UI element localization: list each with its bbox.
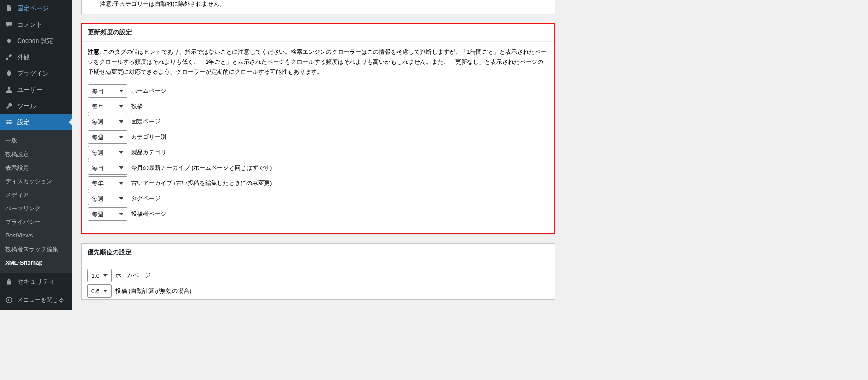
freq-label-authors: 投稿者ページ [131, 210, 166, 218]
svg-point-1 [8, 87, 10, 90]
freq-select-posts[interactable]: 毎月 [88, 100, 127, 113]
sidebar-item-tools[interactable]: ツール [0, 98, 72, 114]
priority-panel: 優先順位の設定 1.0 ホームページ 0.6 投稿 (自動計算が無効の場合) [81, 243, 555, 300]
freq-note: 注意: このタグの値はヒントであり、指示ではないことに注意してください。検索エン… [88, 47, 549, 77]
freq-note-body: : このタグの値はヒントであり、指示ではないことに注意してください。検索エンジン… [88, 48, 547, 75]
freq-row-posts: 毎月 投稿 [88, 100, 549, 113]
sidebar-item-label: ユーザー [17, 86, 42, 94]
main-content: 注意:子カテゴリーは自動的に除外されません。 更新頻度の設定 注意: このタグの… [72, 0, 564, 310]
freq-label-tags: タグページ [131, 195, 160, 203]
freq-select-old-archive[interactable]: 毎年 [88, 176, 127, 190]
sidebar-item-security[interactable]: セキュリティ [0, 273, 72, 290]
sidebar-item-label: Cocoon 設定 [17, 37, 53, 45]
freq-row-product-categories: 毎週 製品カテゴリー [88, 146, 549, 159]
freq-label-pages: 固定ページ [131, 118, 160, 126]
excluded-note: 注意:子カテゴリーは自動的に除外されません。 [87, 0, 549, 8]
submenu-xml-sitemap[interactable]: XML-Sitemap [0, 256, 72, 270]
svg-point-2 [6, 297, 12, 303]
priority-row-homepage: 1.0 ホームページ [87, 269, 549, 282]
submenu-permalink[interactable]: パーマリンク [0, 202, 72, 215]
right-empty-area [564, 0, 700, 310]
collapse-menu-button[interactable]: メニューを閉じる [0, 291, 72, 308]
freq-label-posts: 投稿 [131, 102, 143, 110]
excluded-categories-panel-tail: 注意:子カテゴリーは自動的に除外されません。 [81, 0, 555, 14]
submenu-media[interactable]: メディア [0, 188, 72, 202]
freq-row-categories: 毎週 カテゴリー別 [88, 130, 549, 144]
user-icon [5, 85, 14, 94]
freq-select-tags[interactable]: 毎週 [88, 192, 127, 205]
submenu-author-slug[interactable]: 投稿者スラッグ編集 [0, 242, 72, 256]
priority-select-homepage[interactable]: 1.0 [87, 269, 112, 282]
priority-row-posts: 0.6 投稿 (自動計算が無効の場合) [87, 284, 549, 298]
sidebar-item-pages[interactable]: 固定ページ [0, 0, 72, 16]
sidebar-item-comments[interactable]: コメント [0, 16, 72, 33]
freq-row-authors: 毎週 投稿者ページ [88, 207, 549, 221]
priority-select-posts[interactable]: 0.6 [87, 284, 112, 298]
submenu-general[interactable]: 一般 [0, 134, 72, 147]
freq-label-product-categories: 製品カテゴリー [131, 148, 172, 157]
collapse-label: メニューを閉じる [17, 296, 64, 304]
sidebar-item-settings[interactable]: 設定 [0, 114, 72, 130]
cocoon-icon [5, 36, 14, 45]
sidebar-item-label: 設定 [17, 118, 30, 126]
comment-icon [5, 20, 14, 29]
change-frequency-panel: 更新頻度の設定 注意: このタグの値はヒントであり、指示ではないことに注意してく… [81, 23, 555, 234]
freq-row-current-archive: 毎日 今月の最新アーカイブ (ホームページと同じはずです) [88, 161, 549, 175]
brush-icon [5, 52, 14, 62]
priority-label-posts: 投稿 (自動計算が無効の場合) [115, 287, 191, 295]
priority-label-homepage: ホームページ [115, 271, 151, 280]
submenu-privacy[interactable]: プライバシー [0, 215, 72, 229]
admin-sidebar: 固定ページ コメント Cocoon 設定 外観 プラグイン ユーザー ツール [0, 0, 72, 310]
freq-label-old-archive: 古いアーカイブ (古い投稿を編集したときにのみ変更) [131, 179, 272, 187]
page-icon [5, 4, 14, 13]
sidebar-item-label: 外観 [17, 53, 30, 61]
sidebar-item-users[interactable]: ユーザー [0, 81, 72, 98]
submenu-writing[interactable]: 投稿設定 [0, 147, 72, 161]
priority-heading: 優先順位の設定 [82, 244, 555, 261]
freq-select-product-categories[interactable]: 毎週 [88, 146, 127, 159]
submenu-postviews[interactable]: PostViews [0, 229, 72, 242]
sidebar-item-label: ツール [17, 102, 36, 110]
submenu-discussion[interactable]: ディスカッション [0, 175, 72, 188]
freq-note-label: 注意 [88, 48, 99, 55]
sidebar-item-label: セキュリティ [17, 277, 55, 285]
freq-row-tags: 毎週 タグページ [88, 192, 549, 205]
freq-row-old-archive: 毎年 古いアーカイブ (古い投稿を編集したときにのみ変更) [88, 176, 549, 190]
sidebar-item-label: プラグイン [17, 69, 49, 77]
freq-select-homepage[interactable]: 毎日 [88, 84, 127, 98]
sidebar-item-plugins[interactable]: プラグイン [0, 65, 72, 81]
freq-row-homepage: 毎日 ホームページ [88, 84, 549, 98]
freq-label-homepage: ホームページ [131, 87, 166, 95]
freq-label-current-archive: 今月の最新アーカイブ (ホームページと同じはずです) [131, 164, 272, 172]
freq-label-categories: カテゴリー別 [131, 133, 166, 141]
sidebar-item-label: 固定ページ [17, 4, 49, 12]
sliders-icon [5, 118, 14, 127]
submenu-reading[interactable]: 表示設定 [0, 161, 72, 175]
freq-select-current-archive[interactable]: 毎日 [88, 161, 127, 175]
freq-heading: 更新頻度の設定 [82, 24, 554, 42]
sidebar-item-appearance[interactable]: 外観 [0, 49, 72, 65]
freq-select-authors[interactable]: 毎週 [88, 207, 127, 221]
sidebar-item-cocoon[interactable]: Cocoon 設定 [0, 33, 72, 49]
plugin-icon [5, 69, 14, 78]
freq-row-pages: 毎週 固定ページ [88, 115, 549, 128]
wrench-icon [5, 101, 14, 110]
freq-select-categories[interactable]: 毎週 [88, 130, 127, 144]
collapse-icon [5, 295, 14, 304]
sidebar-item-label: コメント [17, 20, 42, 28]
svg-point-0 [7, 39, 11, 43]
settings-submenu: 一般 投稿設定 表示設定 ディスカッション メディア パーマリンク プライバシー… [0, 130, 72, 273]
freq-select-pages[interactable]: 毎週 [88, 115, 127, 128]
lock-icon [5, 277, 14, 286]
